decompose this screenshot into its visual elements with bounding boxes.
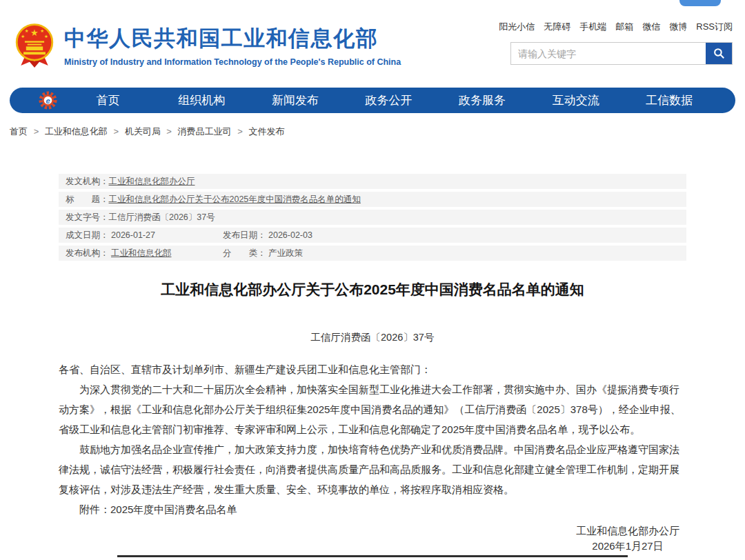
article-paragraph-1: 为深入贯彻党的二十大和二十届历次全会精神，加快落实全国新型工业化推进大会工作部署…: [59, 379, 686, 439]
link-weibo[interactable]: 微博: [669, 21, 687, 33]
meta-value-written-date: 2026-01-27: [111, 230, 155, 240]
meta-pair-written-date: 成文日期： 2026-01-27: [66, 230, 223, 241]
link-mobile[interactable]: 手机端: [579, 21, 606, 33]
meta-row-doc-number: 发文字号： 工信厅消费函〔2026〕37号: [59, 210, 686, 225]
link-mailbox[interactable]: 邮箱: [615, 21, 633, 33]
breadcrumb-home[interactable]: 首页: [10, 126, 28, 137]
breadcrumb-consumer-goods-dept[interactable]: 消费品工业司: [178, 126, 232, 137]
signature-block: 工业和信息化部办公厅 2026年1月27日: [576, 523, 679, 554]
top-utility-links: 阳光小信 无障碍 手机端 邮箱 微信 微博 RSS订阅: [510, 21, 733, 33]
meta-value-issuing-office[interactable]: 工业和信息化部办公厅: [109, 176, 195, 187]
site-subtitle-en: Ministry of Industry and Information Tec…: [64, 57, 401, 67]
site-title: 中华人民共和国工业和信息化部: [64, 24, 401, 53]
search-input[interactable]: [511, 43, 706, 64]
article-body: 各省、自治区、直辖市及计划单列市、新疆生产建设兵团工业和信息化主管部门： 为深入…: [59, 359, 686, 519]
document-content: 发文机构： 工业和信息化部办公厅 标 题： 工业和信息化部办公厅关于公布2025…: [59, 174, 686, 519]
search-icon: [713, 47, 726, 60]
meta-row-issuing-office: 发文机构： 工业和信息化部办公厅: [59, 174, 686, 189]
article-paragraph-2: 鼓励地方加强名品企业宣传推广，加大政策支持力度，加快培育特色优势产业和优质消费品…: [59, 439, 686, 499]
signature-date: 2026年1月27日: [576, 539, 679, 554]
top-right-pill: [679, 0, 721, 6]
svg-text:★: ★: [30, 28, 39, 38]
meta-value-publish-date: 2026-02-03: [268, 230, 312, 240]
meta-pair-publish-org: 发布机构： 工业和信息化部: [66, 248, 223, 259]
article-attachment: 附件：2025年度中国消费名品名单: [59, 499, 686, 519]
breadcrumb-document-release[interactable]: 文件发布: [248, 126, 284, 137]
miit-gear-logo-icon: e: [39, 91, 57, 110]
article-doc-number: 工信厅消费函〔2026〕37号: [59, 331, 686, 344]
nav-item-interaction[interactable]: 互动交流: [529, 92, 623, 108]
meta-row-title: 标 题： 工业和信息化部办公厅关于公布2025年度中国消费名品名单的通知: [59, 192, 686, 207]
breadcrumb-separator: >: [237, 126, 243, 137]
meta-value-category: 产业政策: [268, 248, 303, 258]
meta-label: 成文日期：: [66, 230, 109, 240]
meta-label: 分 类：: [223, 248, 266, 258]
search-button[interactable]: [706, 43, 732, 64]
link-rss[interactable]: RSS订阅: [696, 21, 733, 33]
national-emblem-logo: ★ ★ ★ ★ ★: [14, 23, 55, 68]
document-meta-table: 发文机构： 工业和信息化部办公厅 标 题： 工业和信息化部办公厅关于公布2025…: [59, 174, 686, 261]
link-accessibility[interactable]: 无障碍: [544, 21, 570, 33]
attachment-table-top-border: [117, 555, 628, 557]
main-nav: e 首页 组织机构 新闻发布 政务公开 政务服务 互动交流 工信数据: [10, 88, 735, 113]
meta-label: 发文机构：: [66, 176, 109, 187]
breadcrumb: 首页 > 工业和信息化部 > 机关司局 > 消费品工业司 > 文件发布: [10, 126, 745, 138]
meta-value-doc-number: 工信厅消费函〔2026〕37号: [109, 212, 215, 223]
svg-text:★: ★: [25, 28, 29, 33]
header-right: 阳光小信 无障碍 手机端 邮箱 微信 微博 RSS订阅: [510, 21, 733, 65]
meta-label: 发文字号：: [66, 212, 109, 223]
nav-item-gov-services[interactable]: 政务服务: [435, 92, 529, 108]
nav-item-organization[interactable]: 组织机构: [155, 92, 249, 108]
link-sunshine-assistant[interactable]: 阳光小信: [499, 21, 535, 33]
svg-text:★: ★: [40, 28, 44, 33]
brand-text: 中华人民共和国工业和信息化部 Ministry of Industry and …: [64, 24, 401, 67]
svg-text:★: ★: [21, 34, 25, 39]
signature-org: 工业和信息化部办公厅: [576, 523, 679, 539]
site-header: ★ ★ ★ ★ ★ 中华人民共和国工业和信息化部 Ministry of Ind…: [0, 0, 745, 72]
breadcrumb-departments[interactable]: 机关司局: [125, 126, 161, 137]
meta-label: 发布机构：: [66, 248, 109, 258]
site-brand: ★ ★ ★ ★ ★ 中华人民共和国工业和信息化部 Ministry of Ind…: [14, 18, 401, 68]
meta-label: 标 题：: [66, 194, 109, 205]
search-box: [510, 42, 733, 65]
svg-text:★: ★: [44, 34, 48, 39]
meta-value-title[interactable]: 工业和信息化部办公厅关于公布2025年度中国消费名品名单的通知: [109, 194, 361, 205]
nav-item-gov-disclosure[interactable]: 政务公开: [342, 92, 436, 108]
svg-text:e: e: [46, 97, 50, 105]
meta-value-publish-org[interactable]: 工业和信息化部: [111, 248, 172, 258]
breadcrumb-separator: >: [113, 126, 119, 137]
nav-item-miit-data[interactable]: 工信数据: [622, 92, 716, 108]
meta-row-org-category: 发布机构： 工业和信息化部 分 类： 产业政策: [59, 246, 686, 261]
nav-item-home[interactable]: 首页: [61, 92, 155, 108]
signature-inner: 工业和信息化部办公厅 2026年1月27日: [576, 523, 679, 554]
link-wechat[interactable]: 微信: [642, 21, 660, 33]
meta-pair-publish-date: 发布日期： 2026-02-03: [223, 230, 312, 241]
article-title: 工业和信息化部办公厅关于公布2025年度中国消费名品名单的通知: [59, 280, 686, 299]
meta-label: 发布日期：: [223, 230, 266, 240]
breadcrumb-separator: >: [166, 126, 172, 137]
breadcrumb-separator: >: [34, 126, 39, 137]
article-salutation: 各省、自治区、直辖市及计划单列市、新疆生产建设兵团工业和信息化主管部门：: [59, 359, 686, 379]
meta-pair-category: 分 类： 产业政策: [223, 248, 303, 259]
meta-row-dates: 成文日期： 2026-01-27 发布日期： 2026-02-03: [59, 228, 686, 243]
nav-item-news[interactable]: 新闻发布: [248, 92, 342, 108]
breadcrumb-miit[interactable]: 工业和信息化部: [45, 126, 108, 137]
